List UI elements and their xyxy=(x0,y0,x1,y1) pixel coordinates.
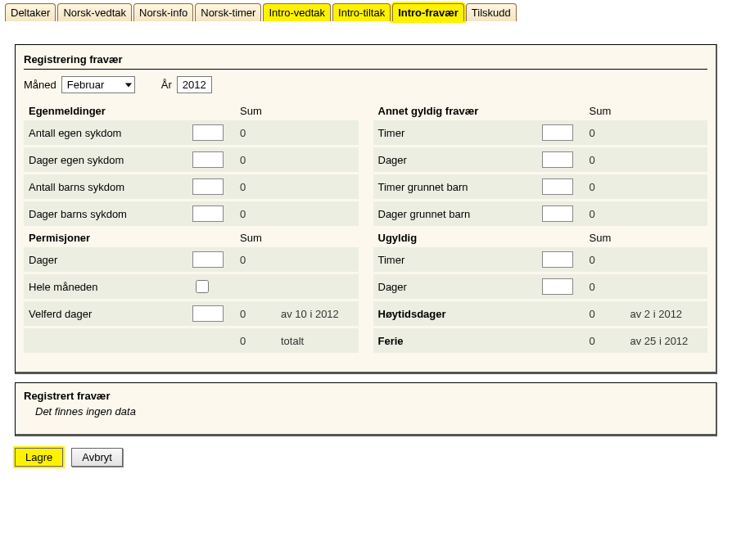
row-label: Velferd dager xyxy=(29,308,192,320)
form-row: Timer grunnet barn0 xyxy=(373,174,708,199)
row-input-cell xyxy=(542,251,583,268)
section-header-egenmeldinger: EgenmeldingerSum xyxy=(24,102,359,120)
form-row: Antall egen sykdom0 xyxy=(24,120,359,145)
row-input-cell xyxy=(542,178,583,195)
row-input-cell xyxy=(192,205,233,222)
section-title: Egenmeldinger xyxy=(29,105,192,117)
form-row: 0totalt xyxy=(24,328,359,353)
section-header-permisjoner: PermisjonerSum xyxy=(24,228,359,247)
row-sum: 0 xyxy=(233,181,274,193)
section-title: Annet gyldig fravær xyxy=(378,105,542,117)
row-label: Timer xyxy=(378,127,542,139)
value-input[interactable] xyxy=(542,151,573,168)
row-sum: 0 xyxy=(233,154,274,166)
form-row: Høytidsdager0av 2 i 2012 xyxy=(373,301,708,326)
row-extra: totalt xyxy=(274,335,354,347)
row-label: Timer xyxy=(378,254,542,266)
month-select[interactable]: Februar xyxy=(61,76,135,93)
form-row: Dager grunnet barn0 xyxy=(373,201,708,226)
tab-norsk-info[interactable]: Norsk-info xyxy=(133,3,193,21)
row-sum: 0 xyxy=(233,308,274,320)
form-row: Velferd dager0av 10 i 2012 xyxy=(24,301,359,326)
row-sum: 0 xyxy=(233,208,274,220)
row-input-cell xyxy=(192,178,233,195)
value-input[interactable] xyxy=(542,205,573,222)
section-title: Ugyldig xyxy=(378,232,542,244)
form-row: Dager barns sykdom0 xyxy=(24,201,359,226)
row-sum: 0 xyxy=(583,281,624,293)
row-extra: av 10 i 2012 xyxy=(274,308,354,320)
value-input[interactable] xyxy=(192,151,224,168)
col-right: Annet gyldig fraværSumTimer0Dager0Timer … xyxy=(373,102,708,355)
value-input[interactable] xyxy=(192,178,224,195)
row-sum: 0 xyxy=(233,335,274,347)
row-extra: av 2 i 2012 xyxy=(624,308,703,320)
tab-deltaker[interactable]: Deltaker xyxy=(5,3,56,21)
row-sum: 0 xyxy=(583,181,624,193)
value-input[interactable] xyxy=(192,205,224,222)
tab-norsk-timer[interactable]: Norsk-timer xyxy=(195,3,261,21)
value-input[interactable] xyxy=(542,251,573,268)
tab-intro-tiltak[interactable]: Intro-tiltak xyxy=(332,3,391,21)
cancel-button[interactable]: Avbryt xyxy=(71,448,123,467)
row-label: Dager barns sykdom xyxy=(29,208,192,220)
row-sum: 0 xyxy=(233,127,274,139)
row-input-cell xyxy=(192,124,233,141)
value-input[interactable] xyxy=(192,124,224,141)
sum-header: Sum xyxy=(240,232,281,244)
form-row: Timer0 xyxy=(373,247,708,272)
month-label: Måned xyxy=(24,79,56,91)
form-row: Ferie0av 25 i 2012 xyxy=(373,328,708,353)
form-row: Dager0 xyxy=(373,147,708,172)
year-label: År xyxy=(161,79,172,91)
value-checkbox[interactable] xyxy=(196,280,209,293)
month-value: Februar xyxy=(67,79,105,91)
row-label: Dager xyxy=(378,281,542,293)
row-input-cell xyxy=(192,251,233,268)
value-input[interactable] xyxy=(542,278,573,295)
row-label: Hele måneden xyxy=(29,281,192,293)
panel-registrert-fravaer: Registrert fravær Det finnes ingen data xyxy=(15,382,717,436)
form-row: Hele måneden xyxy=(24,274,359,299)
button-row: Lagre Avbryt xyxy=(15,448,729,467)
row-sum: 0 xyxy=(583,254,624,266)
value-input[interactable] xyxy=(192,251,224,268)
form-row: Dager0 xyxy=(373,274,708,299)
row-sum: 0 xyxy=(583,308,624,320)
sum-header: Sum xyxy=(590,232,630,244)
form-row: Dager egen sykdom0 xyxy=(24,147,359,172)
sum-header: Sum xyxy=(590,105,630,117)
form-row: Dager0 xyxy=(24,247,359,272)
row-sum: 0 xyxy=(233,254,274,266)
chevron-down-icon xyxy=(125,83,132,87)
sections-grid: EgenmeldingerSumAntall egen sykdom0Dager… xyxy=(24,102,707,355)
row-label: Dager xyxy=(378,154,542,166)
form-row: Antall barns sykdom0 xyxy=(24,174,359,199)
row-input-cell xyxy=(542,151,583,168)
tab-tilskudd[interactable]: Tilskudd xyxy=(466,3,517,21)
row-label: Antall egen sykdom xyxy=(29,127,192,139)
tab-intro-frav-r[interactable]: Intro-fravær xyxy=(392,3,464,21)
row-input-cell xyxy=(192,305,233,322)
row-label: Dager grunnet barn xyxy=(378,208,542,220)
row-input-cell xyxy=(542,124,583,141)
year-input[interactable]: 2012 xyxy=(177,76,212,93)
form-row: Timer0 xyxy=(373,120,708,145)
value-input[interactable] xyxy=(542,178,573,195)
row-label: Høytidsdager xyxy=(378,308,542,320)
row-label: Timer grunnet barn xyxy=(378,181,542,193)
value-input[interactable] xyxy=(542,124,573,141)
row-sum: 0 xyxy=(583,208,624,220)
tab-intro-vedtak[interactable]: Intro-vedtak xyxy=(263,3,331,21)
row-sum: 0 xyxy=(583,335,624,347)
panel-title: Registrering fravær xyxy=(24,50,707,70)
panel2-title: Registrert fravær xyxy=(24,390,707,402)
value-input[interactable] xyxy=(192,305,224,322)
panel2-nodata: Det finnes ingen data xyxy=(24,405,707,418)
tab-bar: DeltakerNorsk-vedtakNorsk-infoNorsk-time… xyxy=(3,3,729,21)
col-left: EgenmeldingerSumAntall egen sykdom0Dager… xyxy=(24,102,359,355)
tab-norsk-vedtak[interactable]: Norsk-vedtak xyxy=(57,3,132,21)
save-button[interactable]: Lagre xyxy=(15,448,63,467)
row-sum: 0 xyxy=(583,154,624,166)
sum-header: Sum xyxy=(240,105,281,117)
